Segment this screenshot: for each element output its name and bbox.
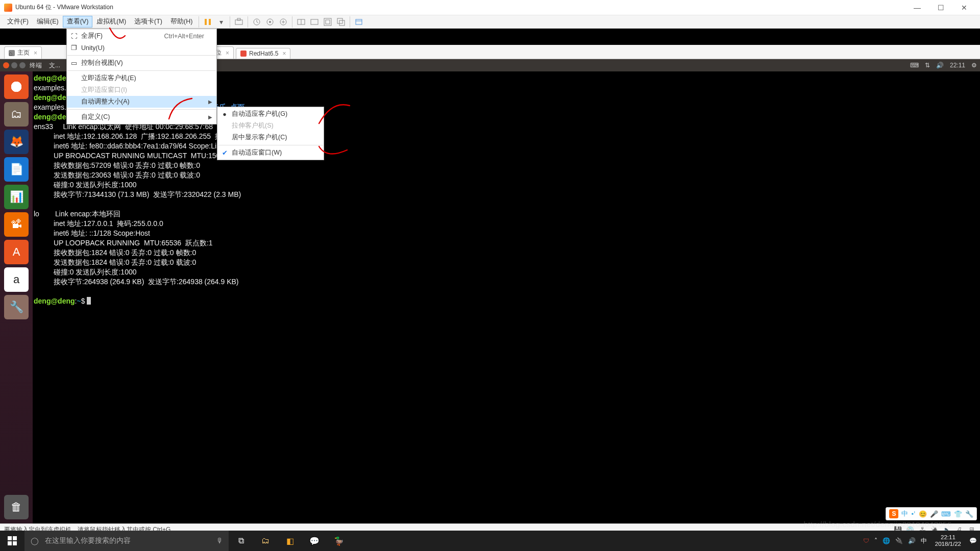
toolbar-snapshot-manage-icon[interactable]: [263, 15, 277, 29]
minimize-button[interactable]: —: [905, 0, 929, 15]
ime-lang[interactable]: 中: [901, 509, 908, 518]
toolbar-view-split-icon[interactable]: [295, 15, 308, 29]
toolbar-fullscreen-icon[interactable]: [321, 15, 334, 29]
submenu-stretch-guest: 拉伸客户机(S): [217, 120, 324, 132]
panel-clock[interactable]: 22:11: [950, 62, 965, 69]
menu-autosize[interactable]: 自动调整大小(A)▶: [67, 96, 216, 108]
window-title: Ubuntu 64 位 - VMware Workstation: [15, 3, 113, 12]
menu-edit[interactable]: 编辑(E): [33, 16, 63, 28]
svg-rect-12: [326, 20, 330, 24]
toolbar-revert-icon[interactable]: [277, 15, 290, 29]
toolbar-library-icon[interactable]: [352, 15, 365, 29]
menu-custom[interactable]: 自定义(C)▶: [67, 111, 216, 123]
taskbar-vmware-icon[interactable]: ◧: [278, 531, 302, 551]
writer-icon[interactable]: 📄: [4, 157, 29, 182]
close-icon[interactable]: ×: [282, 50, 286, 57]
tray-security-icon[interactable]: 🛡: [863, 537, 869, 544]
window-controls[interactable]: [3, 62, 26, 68]
firefox-icon[interactable]: 🦊: [4, 130, 29, 154]
guest-display[interactable]: 终端 文... ⌨ ⇅ 🔊 22:11 ⚙ ◔ 🗂 🦊 📄 📊 📽 A a 🔧 …: [0, 59, 980, 523]
ime-keyboard-icon[interactable]: ⌨: [941, 510, 951, 518]
start-button[interactable]: [0, 531, 24, 551]
menu-file[interactable]: 文件(F): [3, 16, 33, 28]
menu-fit-window-now: 立即适应窗口(I): [67, 84, 216, 96]
mic-icon[interactable]: 🎙: [216, 537, 224, 545]
menu-vm[interactable]: 虚拟机(M): [92, 16, 130, 28]
submenu-autofit-guest[interactable]: ●自动适应客户机(G): [217, 108, 324, 120]
svg-rect-13: [337, 18, 342, 23]
terminal-line: lo Link encap:本地环回: [34, 210, 120, 218]
tray-power-icon[interactable]: 🔌: [895, 537, 903, 544]
menu-fit-guest-now[interactable]: 立即适应客户机(E): [67, 72, 216, 84]
keyboard-icon[interactable]: ⌨: [910, 62, 919, 69]
tray-globe-icon[interactable]: 🌐: [883, 537, 890, 544]
ime-skin-icon[interactable]: 👕: [954, 510, 962, 518]
menu-unity[interactable]: ❐Unity(U): [67, 42, 216, 54]
ime-toolbox-icon[interactable]: 🔧: [965, 510, 973, 518]
close-icon[interactable]: ×: [226, 49, 229, 57]
maximize-button[interactable]: ☐: [929, 0, 952, 15]
ime-emoji-icon[interactable]: 😊: [919, 510, 927, 518]
network-icon[interactable]: ⇅: [925, 62, 930, 69]
system-tray: 🛡 ˄ 🌐 🔌 🔊 中 22:11 2018/1/22 💬: [863, 534, 980, 547]
autosize-submenu: ●自动适应客户机(G) 拉伸客户机(S) 居中显示客户机(C) ✔自动适应窗口(…: [217, 107, 324, 160]
vmware-menubar: 文件(F) 编辑(E) 查看(V) 虚拟机(M) 选项卡(T) 帮助(H) ▾: [0, 15, 980, 29]
menu-fullscreen[interactable]: ⛶全屏(F)Ctrl+Alt+Enter: [67, 30, 216, 42]
menu-tabs[interactable]: 选项卡(T): [130, 16, 166, 28]
toolbar-view-single-icon[interactable]: [308, 15, 321, 29]
impress-icon[interactable]: 📽: [4, 212, 29, 237]
unity-icon: ❐: [70, 44, 78, 52]
vmware-app-icon: [4, 4, 12, 12]
close-button[interactable]: ✕: [952, 0, 976, 15]
tray-network-icon[interactable]: 🔊: [908, 537, 916, 544]
toolbar-dropdown-icon[interactable]: ▾: [214, 15, 228, 29]
svg-rect-0: [205, 19, 207, 25]
panel-app-files[interactable]: 文...: [49, 61, 60, 70]
menu-help[interactable]: 帮助(H): [166, 16, 197, 28]
taskbar-explorer-icon[interactable]: 🗂: [253, 531, 278, 551]
panel-app-terminal[interactable]: 终端: [30, 61, 42, 70]
calc-icon[interactable]: 📊: [4, 185, 29, 209]
submenu-center-guest[interactable]: 居中显示客户机(C): [217, 132, 324, 143]
tray-ime-icon[interactable]: 中: [921, 537, 927, 545]
ime-mic-icon[interactable]: 🎤: [930, 510, 938, 518]
gear-icon[interactable]: ⚙: [971, 62, 977, 69]
sogou-ime-bar[interactable]: S 中 •ˈ 😊 🎤 ⌨ 👕 🔧: [886, 507, 977, 520]
toolbar-pause-icon[interactable]: [201, 15, 214, 29]
toolbar-unity-icon[interactable]: [334, 15, 348, 29]
tab-redhat[interactable]: RedHat6.5×: [236, 48, 290, 59]
terminal-body[interactable]: deng@deng:~$ ls examples.desktop 公共的 模板 …: [33, 71, 980, 523]
toolbar-send-cad-icon[interactable]: [232, 15, 246, 29]
settings-icon[interactable]: 🔧: [4, 295, 29, 319]
submenu-autofit-window[interactable]: ✔自动适应窗口(W): [217, 147, 324, 159]
svg-rect-10: [311, 19, 318, 24]
terminal-line: 碰撞:0 发送队列长度:1000: [34, 181, 137, 189]
trash-icon[interactable]: 🗑: [4, 495, 29, 519]
menu-console-view[interactable]: ▭控制台视图(V): [67, 57, 216, 69]
action-center-icon[interactable]: 💬: [969, 537, 977, 544]
software-icon[interactable]: A: [4, 240, 29, 264]
volume-icon[interactable]: 🔊: [936, 62, 944, 69]
ime-punct-icon[interactable]: •ˈ: [911, 510, 916, 518]
dash-icon[interactable]: ◔: [4, 74, 29, 99]
check-icon: ✔: [220, 149, 229, 157]
cortana-icon[interactable]: ◯: [24, 537, 45, 545]
terminal-line: inet6 地址: fe80::dda6:bbb4:7ea1:da79/64 S…: [34, 142, 224, 150]
taskbar-search[interactable]: ◯ 在这里输入你要搜索的内容 🎙: [24, 531, 229, 551]
tab-home[interactable]: ⌂主页×: [4, 46, 42, 59]
svg-rect-1: [209, 19, 211, 25]
task-view-icon[interactable]: ⧉: [229, 531, 253, 551]
menu-view[interactable]: 查看(V): [63, 16, 93, 28]
console-icon: ▭: [70, 59, 78, 67]
taskbar-wechat-icon[interactable]: 💬: [302, 531, 327, 551]
terminal-line: UP LOOPBACK RUNNING MTU:65536 跃点数:1: [34, 239, 213, 247]
close-icon[interactable]: ×: [34, 49, 37, 57]
toolbar-snapshot-icon[interactable]: [250, 15, 263, 29]
taskbar-clock[interactable]: 22:11 2018/1/22: [932, 534, 964, 547]
amazon-icon[interactable]: a: [4, 267, 29, 292]
files-icon[interactable]: 🗂: [4, 102, 29, 127]
tray-up-icon[interactable]: ˄: [874, 537, 877, 544]
search-placeholder: 在这里输入你要搜索的内容: [45, 536, 131, 545]
taskbar-wps-icon[interactable]: 🦆: [327, 531, 351, 551]
radio-selected-icon: ●: [220, 111, 229, 118]
